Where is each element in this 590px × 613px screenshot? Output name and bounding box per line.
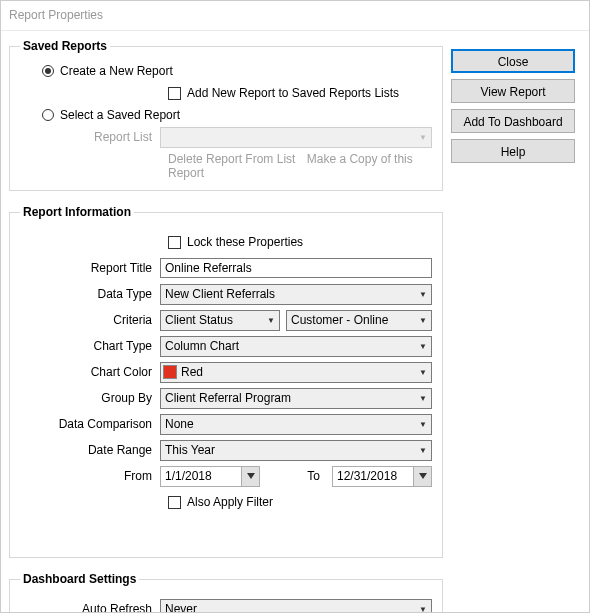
comparison-value: None bbox=[161, 417, 415, 431]
to-date-value: 12/31/2018 bbox=[333, 469, 413, 483]
window-title: Report Properties bbox=[9, 8, 103, 22]
lock-properties-label: Lock these Properties bbox=[187, 235, 303, 249]
close-button[interactable]: Close bbox=[451, 49, 575, 73]
add-to-dashboard-button[interactable]: Add To Dashboard bbox=[451, 109, 575, 133]
report-list-combo: ▼ bbox=[160, 127, 432, 148]
report-info-legend: Report Information bbox=[20, 205, 134, 219]
chevron-down-icon: ▼ bbox=[415, 368, 431, 377]
to-label: To bbox=[266, 469, 326, 483]
select-saved-label: Select a Saved Report bbox=[60, 108, 180, 122]
group-by-value: Client Referral Program bbox=[161, 391, 415, 405]
dashboard-settings-legend: Dashboard Settings bbox=[20, 572, 139, 586]
chevron-down-icon: ▼ bbox=[415, 420, 431, 429]
chart-color-value: Red bbox=[181, 365, 415, 379]
report-info-group: Report Information Lock these Properties… bbox=[9, 205, 443, 558]
chart-color-combo[interactable]: Red ▼ bbox=[160, 362, 432, 383]
also-apply-filter-checkbox[interactable]: Also Apply Filter bbox=[168, 491, 432, 513]
window-titlebar: Report Properties bbox=[1, 1, 589, 31]
chevron-down-icon bbox=[413, 467, 431, 486]
date-range-label: Date Range bbox=[20, 443, 160, 457]
add-new-to-lists-label: Add New Report to Saved Reports Lists bbox=[187, 86, 399, 100]
data-type-value: New Client Referrals bbox=[161, 287, 415, 301]
criteria2-combo[interactable]: Customer - Online ▼ bbox=[286, 310, 432, 331]
chevron-down-icon: ▼ bbox=[415, 133, 431, 142]
report-title-input[interactable] bbox=[160, 258, 432, 278]
group-by-label: Group By bbox=[20, 391, 160, 405]
chevron-down-icon: ▼ bbox=[415, 342, 431, 351]
report-title-label: Report Title bbox=[20, 261, 160, 275]
chevron-down-icon: ▼ bbox=[415, 316, 431, 325]
delete-report-link: Delete Report From List bbox=[168, 152, 295, 166]
auto-refresh-value: Never bbox=[161, 602, 415, 613]
add-new-to-lists-checkbox[interactable]: Add New Report to Saved Reports Lists bbox=[168, 82, 432, 104]
data-type-combo[interactable]: New Client Referrals ▼ bbox=[160, 284, 432, 305]
saved-reports-group: Saved Reports Create a New Report Add Ne… bbox=[9, 39, 443, 191]
report-list-label: Report List bbox=[20, 130, 160, 144]
radio-icon bbox=[42, 109, 54, 121]
lock-properties-checkbox[interactable]: Lock these Properties bbox=[168, 231, 432, 253]
chart-type-value: Column Chart bbox=[161, 339, 415, 353]
criteria1-combo[interactable]: Client Status ▼ bbox=[160, 310, 280, 331]
comparison-combo[interactable]: None ▼ bbox=[160, 414, 432, 435]
chevron-down-icon: ▼ bbox=[415, 290, 431, 299]
help-button[interactable]: Help bbox=[451, 139, 575, 163]
criteria1-value: Client Status bbox=[161, 313, 263, 327]
chart-type-label: Chart Type bbox=[20, 339, 160, 353]
create-new-report-radio[interactable]: Create a New Report bbox=[42, 64, 432, 78]
chevron-down-icon: ▼ bbox=[415, 446, 431, 455]
from-date-value: 1/1/2018 bbox=[161, 469, 241, 483]
chevron-down-icon: ▼ bbox=[415, 605, 431, 614]
select-saved-report-radio[interactable]: Select a Saved Report bbox=[42, 108, 432, 122]
view-report-button[interactable]: View Report bbox=[451, 79, 575, 103]
color-swatch bbox=[163, 365, 177, 379]
radio-icon bbox=[42, 65, 54, 77]
chart-type-combo[interactable]: Column Chart ▼ bbox=[160, 336, 432, 357]
date-range-combo[interactable]: This Year ▼ bbox=[160, 440, 432, 461]
from-date-picker[interactable]: 1/1/2018 bbox=[160, 466, 260, 487]
dashboard-settings-group: Dashboard Settings Auto Refresh Never ▼ bbox=[9, 572, 443, 613]
from-label: From bbox=[20, 469, 160, 483]
date-range-value: This Year bbox=[161, 443, 415, 457]
auto-refresh-label: Auto Refresh bbox=[20, 602, 160, 613]
data-type-label: Data Type bbox=[20, 287, 160, 301]
also-apply-filter-label: Also Apply Filter bbox=[187, 495, 273, 509]
comparison-label: Data Comparison bbox=[20, 417, 160, 431]
chevron-down-icon: ▼ bbox=[263, 316, 279, 325]
checkbox-icon bbox=[168, 236, 181, 249]
to-date-picker[interactable]: 12/31/2018 bbox=[332, 466, 432, 487]
chevron-down-icon: ▼ bbox=[415, 394, 431, 403]
criteria2-value: Customer - Online bbox=[287, 313, 415, 327]
group-by-combo[interactable]: Client Referral Program ▼ bbox=[160, 388, 432, 409]
auto-refresh-combo[interactable]: Never ▼ bbox=[160, 599, 432, 614]
checkbox-icon bbox=[168, 496, 181, 509]
chevron-down-icon bbox=[241, 467, 259, 486]
chart-color-label: Chart Color bbox=[20, 365, 160, 379]
create-new-label: Create a New Report bbox=[60, 64, 173, 78]
checkbox-icon bbox=[168, 87, 181, 100]
saved-reports-legend: Saved Reports bbox=[20, 39, 110, 53]
criteria-label: Criteria bbox=[20, 313, 160, 327]
